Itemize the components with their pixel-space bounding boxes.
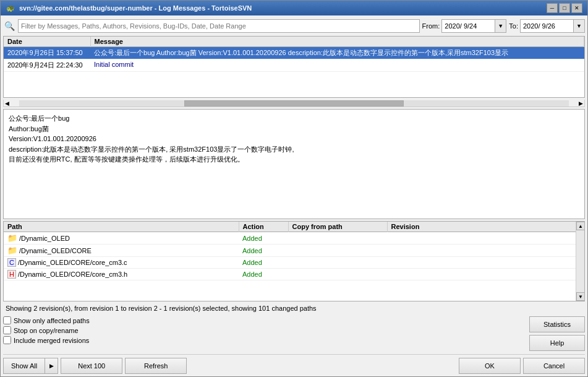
col-revision: Revision — [387, 222, 584, 232]
minimize-button[interactable]: ─ — [547, 3, 558, 13]
refresh-button[interactable]: Refresh — [125, 358, 187, 374]
file-icon: H /Dynamic_OLED/CORE/core_cm3.h — [7, 270, 127, 279]
detail-line-2: Author:bug菌 — [9, 124, 579, 134]
scroll-track[interactable] — [576, 230, 584, 292]
show-all-arrow-button[interactable]: ▶ — [45, 358, 58, 373]
row-message: Initial commit — [90, 59, 584, 72]
stop-copy-row[interactable]: Stop on copy/rename — [3, 326, 527, 334]
from-label-group: From: ▼ — [422, 19, 507, 33]
file-revision — [387, 232, 584, 245]
stop-copy-label: Stop on copy/rename — [14, 327, 79, 334]
right-buttons: Statistics Help — [529, 316, 585, 351]
c-file-icon: C — [7, 258, 16, 267]
file-path: 📁 /Dynamic_OLED — [4, 232, 239, 245]
col-copy-from: Copy from path — [288, 222, 387, 232]
file-revision — [387, 257, 584, 269]
status-bar: Showing 2 revision(s), from revision 1 t… — [3, 303, 585, 313]
cancel-button[interactable]: Cancel — [523, 358, 585, 374]
table-row[interactable]: C /Dynamic_OLED/CORE/core_cm3.c Added — [4, 257, 584, 269]
ok-button[interactable]: OK — [459, 358, 521, 374]
scroll-up-btn[interactable]: ▲ — [576, 222, 585, 230]
table-row[interactable]: 2020年9月26日 15:37:50 公众号:最后一个bug Author:b… — [4, 47, 584, 59]
detail-line-4: description:此版本是动态数字显示控件的第一个版本, 采用stm32F… — [9, 144, 579, 155]
file-action: Added — [239, 232, 288, 245]
to-date-input[interactable] — [521, 21, 573, 31]
row-message: 公众号:最后一个bug Author:bug菌 Version:V1.01.00… — [90, 47, 584, 59]
file-action: Added — [239, 269, 288, 280]
file-revision — [387, 245, 584, 257]
scroll-left-btn[interactable]: ◀ — [4, 100, 11, 106]
include-merged-row[interactable]: Include merged revisions — [3, 336, 527, 344]
file-revision — [387, 269, 584, 280]
search-icon: 🔍 — [3, 20, 15, 32]
to-date-field: ▼ — [520, 19, 585, 33]
file-copy-from — [288, 269, 387, 280]
folder-icon: 📁 — [7, 246, 17, 255]
detail-line-1: 公众号:最后一个bug — [9, 113, 579, 124]
from-label: From: — [422, 22, 440, 30]
show-affected-label: Show only affected paths — [14, 317, 90, 324]
show-all-button[interactable]: Show All — [4, 358, 45, 373]
table-row[interactable]: H /Dynamic_OLED/CORE/core_cm3.h Added — [4, 269, 584, 280]
col-path: Path — [4, 222, 239, 232]
maximize-button[interactable]: □ — [559, 3, 570, 13]
scroll-down-btn[interactable]: ▼ — [576, 292, 585, 301]
include-merged-label: Include merged revisions — [14, 337, 89, 344]
horizontal-scrollbar[interactable]: ◀ ▶ — [3, 100, 585, 107]
bottom-controls: Show only affected paths Stop on copy/re… — [3, 315, 585, 352]
to-date-dropdown[interactable]: ▼ — [573, 20, 584, 32]
file-action: Added — [239, 245, 288, 257]
close-button[interactable]: ✕ — [571, 3, 582, 13]
table-row[interactable]: 2020年9月24日 22:24:30 Initial commit — [4, 59, 584, 72]
file-path: C /Dynamic_OLED/CORE/core_cm3.c — [4, 257, 239, 269]
stop-copy-checkbox[interactable] — [3, 326, 11, 334]
file-list-container: Path Action Copy from path Revision 📁 /D… — [3, 221, 585, 301]
log-table-container: Date Message 2020年9月26日 15:37:50 公众号:最后一… — [3, 36, 585, 98]
scroll-thumb[interactable] — [184, 100, 404, 106]
row-date: 2020年9月26日 15:37:50 — [4, 47, 90, 59]
table-row[interactable]: 📁 /Dynamic_OLED/CORE Added — [4, 245, 584, 257]
help-button[interactable]: Help — [529, 335, 585, 351]
status-text: Showing 2 revision(s), from revision 1 t… — [6, 305, 317, 312]
scroll-track[interactable] — [19, 100, 569, 106]
from-date-field: ▼ — [441, 19, 506, 33]
app-icon: 🐢 — [6, 3, 15, 13]
main-window: 🐢 svn://gitee.com/thelastbug/super-numbe… — [0, 0, 588, 377]
to-label-group: To: ▼ — [509, 19, 585, 33]
filter-input[interactable] — [18, 19, 420, 33]
detail-line-3: Version:V1.01.001.20200926 — [9, 134, 579, 144]
checkboxes-group: Show only affected paths Stop on copy/re… — [3, 316, 527, 344]
file-copy-from — [288, 257, 387, 269]
file-copy-from — [288, 245, 387, 257]
scroll-right-btn[interactable]: ▶ — [577, 100, 584, 106]
file-icon: 📁 /Dynamic_OLED — [7, 233, 70, 243]
show-affected-row[interactable]: Show only affected paths — [3, 316, 527, 324]
message-detail: 公众号:最后一个bug Author:bug菌 Version:V1.01.00… — [3, 109, 585, 219]
next-100-button[interactable]: Next 100 — [61, 358, 122, 374]
detail-line-5: 目前还没有使用RTC, 配置等等按键建类操作处理等，后续版本进行升级优化。 — [9, 154, 579, 165]
filter-bar: 🔍 From: ▼ To: ▼ — [3, 18, 585, 34]
file-action: Added — [239, 257, 288, 269]
h-file-icon: H — [7, 270, 16, 279]
file-path: 📁 /Dynamic_OLED/CORE — [4, 245, 239, 257]
show-affected-checkbox[interactable] — [3, 316, 11, 324]
log-table: Date Message 2020年9月26日 15:37:50 公众号:最后一… — [4, 37, 584, 72]
title-bar: 🐢 svn://gitee.com/thelastbug/super-numbe… — [1, 1, 587, 15]
file-copy-from — [288, 232, 387, 245]
col-message: Message — [90, 37, 584, 47]
table-row[interactable]: 📁 /Dynamic_OLED Added — [4, 232, 584, 245]
file-icon: 📁 /Dynamic_OLED/CORE — [7, 246, 92, 255]
col-action: Action — [239, 222, 288, 232]
folder-icon: 📁 — [7, 233, 17, 243]
include-merged-checkbox[interactable] — [3, 336, 11, 344]
from-date-dropdown[interactable]: ▼ — [495, 20, 506, 32]
show-all-group: Show All ▶ — [3, 358, 58, 374]
title-bar-controls: ─ □ ✕ — [547, 3, 582, 13]
to-label: To: — [509, 22, 518, 30]
statistics-button[interactable]: Statistics — [529, 316, 585, 332]
file-list-scrollbar[interactable]: ▲ ▼ — [576, 222, 584, 301]
from-date-input[interactable] — [442, 21, 495, 31]
col-date: Date — [4, 37, 90, 47]
bottom-action-bar: Show All ▶ Next 100 Refresh OK Cancel — [3, 354, 585, 374]
row-date: 2020年9月24日 22:24:30 — [4, 59, 90, 72]
